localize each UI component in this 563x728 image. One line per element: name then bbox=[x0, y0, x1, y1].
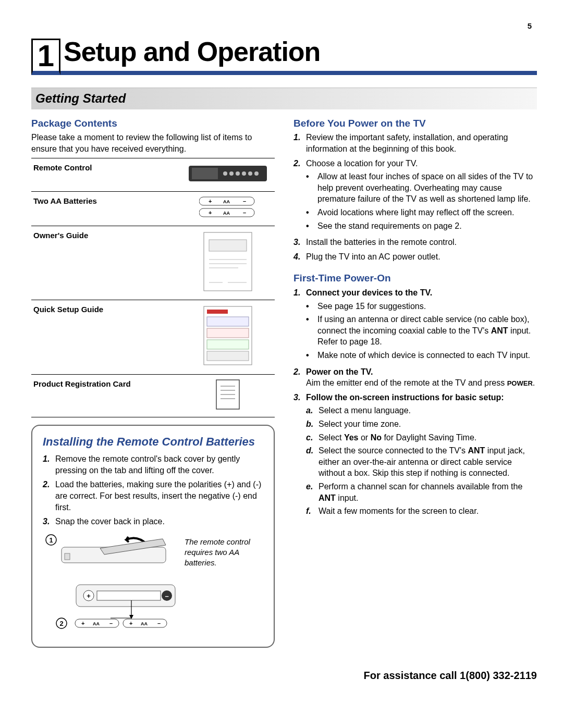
remote-control-image bbox=[181, 158, 275, 191]
svg-rect-28 bbox=[207, 351, 249, 361]
battery-callout: Installing the Remote Control Batteries … bbox=[31, 425, 275, 648]
first-step-3-title: Follow the on-screen instructions for ba… bbox=[306, 393, 504, 402]
footer-assistance: For assistance call 1(800) 332-2119 bbox=[31, 669, 537, 683]
svg-rect-25 bbox=[207, 317, 249, 326]
before-step-2-bullet-1: Allow at least four inches of space on a… bbox=[317, 171, 537, 205]
svg-point-3 bbox=[229, 171, 234, 176]
svg-text:–: – bbox=[157, 620, 161, 626]
svg-point-2 bbox=[223, 171, 227, 176]
svg-text:+: + bbox=[209, 198, 212, 204]
svg-point-7 bbox=[254, 171, 259, 176]
before-step-1: Review the important safety, installatio… bbox=[306, 132, 537, 154]
before-step-3: Install the batteries in the remote cont… bbox=[306, 237, 537, 248]
svg-text:–: – bbox=[243, 198, 246, 204]
svg-text:+: + bbox=[129, 620, 132, 626]
before-step-2-bullet-2: Avoid locations where light may reflect … bbox=[317, 207, 514, 218]
svg-text:AA: AA bbox=[93, 621, 100, 626]
svg-text:–: – bbox=[165, 592, 168, 600]
before-power-heading: Before You Power on the TV bbox=[293, 117, 537, 130]
package-contents-table: Remote Control Two AA Batteries +AA– +AA… bbox=[31, 158, 275, 417]
svg-rect-27 bbox=[207, 340, 249, 349]
svg-text:AA: AA bbox=[223, 199, 230, 204]
svg-text:–: – bbox=[243, 209, 246, 216]
owners-guide-image bbox=[181, 226, 275, 300]
svg-rect-43 bbox=[97, 591, 161, 600]
package-intro: Please take a moment to review the follo… bbox=[31, 132, 275, 154]
battery-diagram: 1 + – 2 bbox=[43, 533, 178, 640]
svg-text:+: + bbox=[209, 209, 212, 216]
svg-text:1: 1 bbox=[49, 536, 53, 544]
svg-rect-17 bbox=[209, 240, 247, 251]
svg-text:2: 2 bbox=[59, 620, 63, 627]
item-owners-guide: Owner's Guide bbox=[31, 226, 181, 300]
first-time-heading: First-Time Power-On bbox=[293, 272, 537, 285]
svg-point-6 bbox=[248, 171, 252, 176]
before-step-4: Plug the TV into an AC power outlet. bbox=[306, 251, 537, 263]
first-step-1-bullet-1: See page 15 for suggestions. bbox=[317, 301, 426, 312]
callout-title: Installing the Remote Control Batteries bbox=[43, 435, 263, 448]
step3-f: Wait a few moments for the screen to cle… bbox=[319, 505, 479, 517]
step3-c: Select Yes or No for Daylight Saving Tim… bbox=[319, 432, 476, 443]
first-step-2-title: Power on the TV. bbox=[306, 367, 373, 376]
step3-a: Select a menu language. bbox=[319, 405, 411, 416]
chapter-title: Setup and Operation bbox=[64, 33, 537, 70]
svg-point-5 bbox=[242, 171, 246, 176]
svg-text:AA: AA bbox=[141, 621, 148, 626]
first-step-2-text: Aim the emitter end of the remote at the… bbox=[306, 378, 535, 387]
item-quick-setup: Quick Setup Guide bbox=[31, 300, 181, 374]
svg-point-4 bbox=[236, 171, 240, 176]
callout-step-2: Load the batteries, making sure the pola… bbox=[55, 479, 263, 513]
page-number: 5 bbox=[31, 21, 532, 31]
before-step-2: Choose a location for your TV. bbox=[306, 159, 418, 168]
registration-image bbox=[181, 374, 275, 417]
svg-text:+: + bbox=[81, 620, 84, 626]
section-title: Getting Started bbox=[31, 88, 537, 109]
svg-rect-24 bbox=[207, 310, 228, 314]
svg-rect-26 bbox=[207, 328, 249, 338]
package-contents-heading: Package Contents bbox=[31, 117, 275, 130]
diagram-caption: The remote control requires two AA batte… bbox=[185, 533, 252, 569]
left-column: Package Contents Please take a moment to… bbox=[31, 114, 275, 648]
svg-text:+: + bbox=[87, 592, 91, 600]
batteries-image: +AA– +AA– bbox=[181, 191, 275, 226]
item-remote-control: Remote Control bbox=[31, 158, 181, 191]
item-registration: Product Registration Card bbox=[31, 374, 181, 417]
first-step-1-bullet-2: If using an antenna or direct cable serv… bbox=[317, 314, 537, 348]
quick-setup-image bbox=[181, 300, 275, 374]
svg-text:–: – bbox=[109, 620, 113, 626]
first-step-1-bullet-3: Make note of which device is connected t… bbox=[317, 350, 530, 361]
first-step-1-title: Connect your devices to the TV. bbox=[306, 288, 432, 297]
svg-rect-1 bbox=[192, 168, 218, 179]
chapter-header: 1 Setup and Operation bbox=[31, 33, 537, 75]
chapter-number: 1 bbox=[31, 39, 60, 75]
before-step-2-bullet-3: See the stand requirements on page 2. bbox=[317, 220, 462, 232]
step3-b: Select your time zone. bbox=[319, 418, 401, 430]
item-batteries: Two AA Batteries bbox=[31, 191, 181, 226]
svg-rect-37 bbox=[65, 553, 70, 560]
step3-d: Select the source connected to the TV's … bbox=[319, 445, 537, 479]
right-column: Before You Power on the TV 1.Review the … bbox=[293, 114, 537, 648]
step3-e: Perform a channel scan for channels avai… bbox=[319, 481, 537, 503]
callout-step-3: Snap the cover back in place. bbox=[55, 516, 263, 527]
svg-text:AA: AA bbox=[223, 211, 230, 216]
callout-step-1: Remove the remote control's back cover b… bbox=[55, 453, 263, 476]
